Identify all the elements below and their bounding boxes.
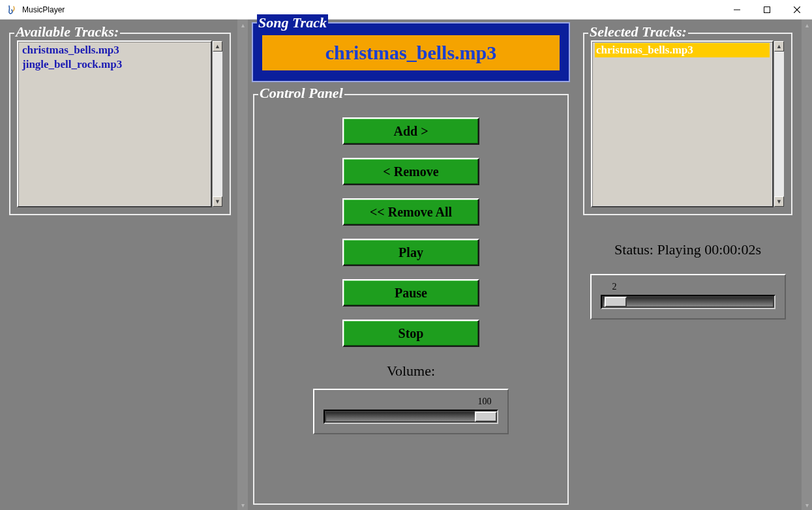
selected-legend: Selected Tracks: [588,23,688,40]
scroll-down-icon[interactable]: ▼ [774,196,784,207]
status-text: Status: Playing 00:00:02s [578,241,798,258]
window-title: MusicPlayer [22,5,65,14]
app-body: Available Tracks: christmas_bells.mp3 ji… [0,20,812,510]
selected-column: Selected Tracks: christmas_bells.mp3 ▲ ▼… [574,20,812,510]
progress-slider[interactable] [601,295,775,309]
play-button[interactable]: Play [342,239,479,266]
progress-slider-handle[interactable] [605,297,627,307]
scroll-up-icon: ▴ [802,20,812,30]
window-close-button[interactable] [782,0,812,20]
app-icon [7,5,17,15]
available-scrollbar[interactable]: ▲ ▼ [212,40,223,207]
available-group: Available Tracks: christmas_bells.mp3 ji… [9,33,231,215]
control-panel-group: Control Panel Add > < Remove << Remove A… [253,94,569,505]
progress-slider-frame: 2 [590,274,786,320]
add-button[interactable]: Add > [342,117,479,145]
scroll-down-icon: ▾ [802,500,812,510]
now-playing-display: christmas_bells.mp3 [262,35,560,70]
window-minimize-button[interactable] [722,0,752,20]
songtrack-group: Song Track christmas_bells.mp3 [252,22,570,82]
remove-button[interactable]: < Remove [342,158,479,185]
pause-button[interactable]: Pause [342,279,479,307]
left-pane-scrollbar: ▴ ▾ [237,20,248,510]
volume-slider[interactable] [323,410,498,424]
selected-scrollbar[interactable]: ▲ ▼ [774,40,785,207]
scroll-up-icon: ▴ [237,20,248,30]
scroll-up-icon[interactable]: ▲ [774,41,784,52]
middle-column: Song Track christmas_bells.mp3 Control P… [248,20,574,510]
selected-listbox[interactable]: christmas_bells.mp3 [591,40,774,207]
volume-slider-frame: 100 [313,389,509,434]
available-listbox[interactable]: christmas_bells.mp3 jingle_bell_rock.mp3 [17,40,212,207]
stop-button[interactable]: Stop [342,320,479,347]
selected-group: Selected Tracks: christmas_bells.mp3 ▲ ▼ [583,33,792,215]
right-pane-scrollbar: ▴ ▾ [802,20,812,510]
svg-rect-1 [764,7,770,12]
songtrack-legend: Song Track [257,14,328,31]
window-maximize-button[interactable] [752,0,782,20]
volume-value: 100 [478,397,492,407]
scroll-up-icon[interactable]: ▲ [213,41,222,52]
list-item[interactable]: jingle_bell_rock.mp3 [21,57,208,72]
scroll-down-icon[interactable]: ▼ [213,196,222,207]
progress-value: 2 [612,282,617,292]
window-titlebar: MusicPlayer [0,0,812,20]
volume-slider-handle[interactable] [475,412,497,422]
control-panel-legend: Control Panel [258,85,344,102]
available-column: Available Tracks: christmas_bells.mp3 ji… [0,20,248,510]
available-legend: Available Tracks: [14,23,120,40]
list-item[interactable]: christmas_bells.mp3 [21,43,208,57]
scroll-down-icon: ▾ [237,500,248,510]
volume-label: Volume: [261,363,561,380]
list-item[interactable]: christmas_bells.mp3 [595,43,770,57]
remove-all-button[interactable]: << Remove All [342,198,479,226]
